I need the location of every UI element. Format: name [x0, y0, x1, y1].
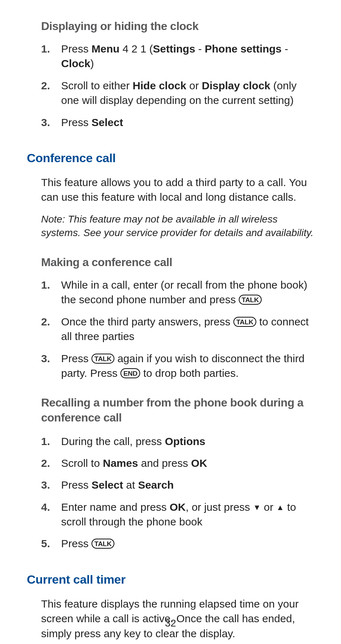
bold-ok: OK — [170, 501, 186, 513]
talk-key-icon: TALK — [92, 354, 114, 364]
text: or — [261, 501, 276, 513]
talk-key-icon: TALK — [92, 539, 114, 549]
bold-hide-clock: Hide clock — [133, 80, 186, 91]
text: Enter name and press — [61, 501, 170, 513]
bold-names: Names — [103, 457, 138, 469]
text: or — [186, 80, 202, 91]
step-2: Once the third party answers, press TALK… — [41, 314, 316, 344]
text: Scroll to — [61, 457, 103, 469]
text: During the call, press — [61, 435, 165, 447]
steps-display-clock: Press Menu 4 2 1 (Settings - Phone setti… — [41, 41, 316, 130]
text: Press — [61, 43, 92, 55]
bold-menu: Menu — [92, 43, 119, 55]
text: While in a call, enter (or recall from t… — [61, 279, 307, 305]
bold-search: Search — [138, 479, 174, 491]
text: ) — [90, 58, 94, 69]
step-1: Press Menu 4 2 1 (Settings - Phone setti… — [41, 41, 316, 71]
text: - — [282, 43, 288, 55]
step-2: Scroll to either Hide clock or Display c… — [41, 78, 316, 108]
text: at — [123, 479, 138, 491]
section-title-conference-call: Conference call — [27, 151, 316, 165]
bold-select: Select — [92, 116, 123, 128]
text: Scroll to either — [61, 80, 133, 91]
step-3: Press Select — [41, 115, 316, 130]
steps-recalling-number: During the call, press Options Scroll to… — [41, 434, 316, 551]
bold-settings: Settings — [153, 43, 195, 55]
step-1: During the call, press Options — [41, 434, 316, 449]
step-2: Scroll to Names and press OK — [41, 456, 316, 470]
text: to drop both parties. — [140, 367, 238, 379]
end-key-icon: END — [120, 368, 140, 378]
text: 4 2 1 ( — [119, 43, 153, 55]
bold-options: Options — [165, 435, 205, 447]
section-title-current-call-timer: Current call timer — [27, 573, 316, 586]
note-conference: Note: This feature may not be available … — [41, 213, 316, 240]
text: Once the third party answers, press — [61, 316, 233, 328]
talk-key-icon: TALK — [233, 317, 256, 327]
text: - — [195, 43, 205, 55]
bold-phone-settings: Phone settings — [205, 43, 282, 55]
triangle-up-icon: ▲ — [276, 502, 284, 513]
triangle-down-icon: ▼ — [253, 502, 261, 513]
step-3: Press Select at Search — [41, 478, 316, 492]
paragraph-conference-intro: This feature allows you to add a third p… — [41, 175, 316, 205]
subhead-recalling-number: Recalling a number from the phone book d… — [41, 395, 316, 425]
text: and press — [138, 457, 191, 469]
text: Press — [61, 353, 92, 364]
step-1: While in a call, enter (or recall from t… — [41, 278, 316, 307]
text: Press — [61, 479, 92, 491]
text: Press — [61, 538, 92, 549]
step-4: Enter name and press OK, or just press ▼… — [41, 500, 316, 529]
talk-key-icon: TALK — [239, 295, 262, 305]
bold-select: Select — [92, 479, 123, 491]
bold-clock: Clock — [61, 58, 90, 69]
page-number: 32 — [0, 618, 341, 629]
text: Press — [61, 116, 92, 128]
bold-ok: OK — [191, 457, 207, 469]
step-5: Press TALK — [41, 536, 316, 551]
text: , or just press — [186, 501, 253, 513]
step-3: Press TALK again if you wish to disconne… — [41, 351, 316, 381]
steps-making-conference: While in a call, enter (or recall from t… — [41, 278, 316, 380]
subhead-display-clock: Displaying or hiding the clock — [41, 20, 316, 33]
subhead-making-conference: Making a conference call — [41, 256, 316, 269]
bold-display-clock: Display clock — [202, 80, 271, 91]
